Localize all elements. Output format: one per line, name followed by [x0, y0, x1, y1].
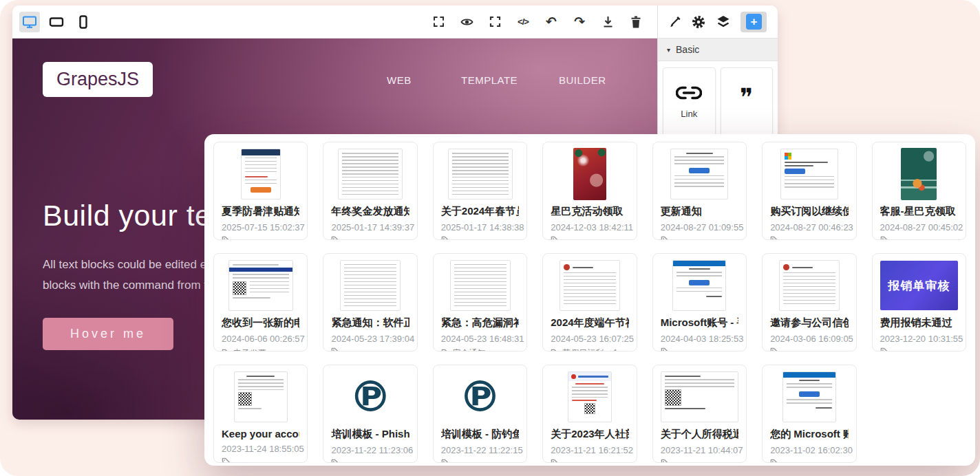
- template-thumbnail: [331, 259, 409, 312]
- template-card[interactable]: Keep your account s 2023-11-24 18:55:05: [213, 365, 308, 463]
- tag-icon: [661, 236, 670, 240]
- template-card[interactable]: 夏季防暑津贴通知 2025-07-15 15:02:37: [213, 142, 308, 240]
- tag-icon: [441, 236, 450, 240]
- block-link[interactable]: Link: [663, 67, 716, 136]
- tag-icon: [880, 347, 889, 351]
- template-timestamp: 2023-11-24 18:55:05: [222, 444, 299, 454]
- template-card[interactable]: 关于个人所得税退税核 2023-11-21 10:44:07: [652, 365, 747, 463]
- template-timestamp: 2024-05-23 17:39:04: [331, 334, 409, 344]
- template-thumbnail: 报销单审核: [880, 259, 958, 312]
- template-title: 邀请参与公司信创项目: [770, 316, 848, 329]
- nav-link-template[interactable]: TEMPLATE: [461, 74, 518, 86]
- undo-button[interactable]: ↶: [544, 14, 559, 30]
- template-card[interactable]: 客服-星巴克领取 2024-08-27 00:45:02: [872, 142, 966, 240]
- template-tag-row: [770, 236, 848, 240]
- template-tag-row: [441, 459, 519, 463]
- template-tag-row: [770, 459, 848, 463]
- nav-link-builder[interactable]: BUILDER: [559, 74, 606, 86]
- hover-me-button[interactable]: Hover me: [43, 318, 173, 350]
- nav-link-web[interactable]: WEB: [387, 74, 412, 86]
- template-thumbnail: [551, 259, 628, 312]
- preview-button[interactable]: [459, 14, 474, 30]
- block-grid: Link ❞: [658, 61, 778, 142]
- device-mobile-button[interactable]: [73, 12, 94, 32]
- template-card[interactable]: 更新通知 2024-08-27 01:09:55: [652, 142, 747, 240]
- tag-icon: [331, 236, 340, 240]
- template-tag-row: [331, 347, 409, 351]
- template-tag-text: 安全通知: [453, 347, 486, 351]
- template-timestamp: 2024-06-06 00:26:57: [222, 334, 299, 344]
- clear-canvas-button[interactable]: [628, 14, 643, 30]
- template-card[interactable]: 2024年度端午节福利 2024-05-23 16:07:25 节假日福利, +…: [542, 253, 637, 351]
- panel-switcher: +: [657, 6, 778, 38]
- block-category-basic[interactable]: ▾ Basic: [658, 39, 778, 61]
- template-thumbnail: [770, 259, 848, 312]
- editor-toolbar: </> ↶ ↷: [12, 6, 778, 39]
- template-card[interactable]: 您收到一张新的电子发 2024-06-06 00:26:57 电子发票: [213, 253, 308, 351]
- template-timestamp: 2024-03-06 16:09:05: [770, 334, 848, 344]
- template-card[interactable]: ℗ 培训模板 - 防钓鱼意识 2023-11-22 11:22:15: [433, 365, 527, 463]
- template-card[interactable]: 关于2023年人社部个 2023-11-21 16:21:52: [542, 365, 637, 463]
- tag-icon: [551, 459, 560, 463]
- eye-icon: [460, 17, 473, 28]
- template-thumbnail: ℗: [331, 371, 409, 423]
- hero-title: Build your ter: [43, 199, 222, 232]
- chevron-down-icon: ▾: [667, 46, 670, 54]
- template-card[interactable]: 紧急通知：软件正版化 2024-05-23 17:39:04: [323, 253, 417, 351]
- template-timestamp: 2023-11-22 11:23:06: [331, 445, 409, 455]
- template-title: 星巴克活动领取: [551, 205, 628, 218]
- settings-button[interactable]: [692, 15, 705, 29]
- block-quote[interactable]: ❞: [721, 67, 774, 136]
- template-tag-row: [661, 347, 738, 351]
- template-tag-row: 电子发票: [222, 347, 299, 351]
- command-buttons: </> ↶ ↷: [431, 14, 657, 30]
- template-card[interactable]: 邀请参与公司信创项目 2024-03-06 16:09:05: [762, 253, 856, 351]
- toggle-borders-button[interactable]: [431, 14, 446, 30]
- tag-icon: [880, 236, 889, 240]
- template-card[interactable]: 报销单审核 费用报销未通过 2023-12-20 10:31:55: [872, 253, 966, 351]
- template-tag-row: [331, 459, 409, 463]
- template-timestamp: 2024-08-27 00:46:23: [770, 222, 848, 232]
- hero-paragraph-line1: All text blocks could be edited ea: [43, 255, 213, 275]
- template-card[interactable]: 年终奖金发放通知 2025-01-17 14:39:37: [323, 142, 417, 240]
- template-tag-text: 节假日福利, +1: [562, 347, 617, 351]
- layers-icon: [716, 15, 730, 28]
- template-timestamp: 2023-12-20 10:31:55: [880, 334, 958, 344]
- device-desktop-button[interactable]: [19, 12, 40, 32]
- view-code-button[interactable]: </>: [515, 14, 531, 30]
- template-timestamp: 2023-11-02 16:02:30: [770, 445, 848, 455]
- style-manager-button[interactable]: [669, 16, 681, 28]
- fullscreen-icon: [489, 16, 501, 28]
- template-card[interactable]: 紧急：高危漏洞补丁更 2024-05-23 16:48:31 安全通知: [433, 253, 527, 351]
- template-tag-row: 节假日福利, +1: [551, 347, 628, 351]
- template-thumbnail: [441, 259, 519, 312]
- template-title: 关于2024年春节员工: [441, 205, 519, 218]
- template-title: 您的 Microsoft 账户密: [770, 428, 848, 441]
- hero-paragraph-line2: blocks with the command from th: [43, 275, 213, 296]
- device-tablet-button[interactable]: [46, 12, 67, 32]
- template-thumbnail: [661, 259, 738, 312]
- template-tag-row: [441, 236, 519, 240]
- redo-button[interactable]: ↷: [572, 14, 587, 30]
- template-card[interactable]: 关于2024年春节员工 2025-01-17 14:38:38: [433, 142, 527, 240]
- template-card[interactable]: Microsoft账号 - 手机 2024-04-03 18:25:53: [652, 253, 747, 351]
- code-icon: </>: [518, 17, 529, 27]
- template-thumbnail: [770, 148, 848, 200]
- template-card[interactable]: ℗ 培训模板 - Phishing 2023-11-22 11:23:06: [323, 365, 417, 463]
- template-card[interactable]: 星巴克活动领取 2024-12-03 18:42:11: [542, 142, 637, 240]
- block-category-label: Basic: [676, 44, 699, 55]
- blocks-button[interactable]: +: [741, 12, 767, 32]
- redo-icon: ↷: [574, 15, 585, 28]
- template-tag-row: [551, 236, 628, 240]
- template-card[interactable]: 您的 Microsoft 账户密 2023-11-02 16:02:30: [762, 365, 856, 463]
- template-thumbnail: [661, 371, 738, 423]
- layer-manager-button[interactable]: [716, 15, 730, 28]
- tag-icon: [441, 459, 450, 463]
- template-title: 更新通知: [661, 205, 738, 218]
- fullscreen-button[interactable]: [487, 14, 502, 30]
- template-thumbnail: [551, 371, 628, 423]
- device-switcher: [12, 12, 94, 32]
- template-card[interactable]: 购买订阅以继续使用您 2024-08-27 00:46:23: [762, 142, 856, 240]
- import-button[interactable]: [600, 14, 615, 30]
- template-thumbnail: [222, 148, 299, 200]
